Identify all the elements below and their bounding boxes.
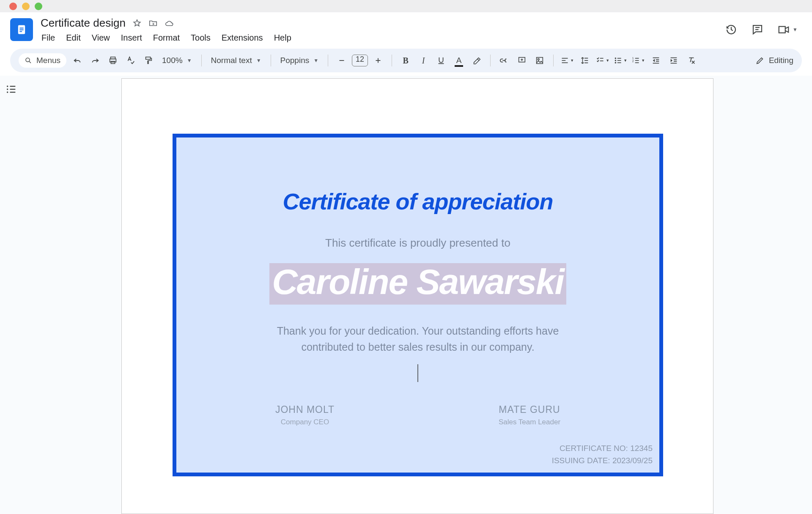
signer2-title: Sales Team Leader [499,418,560,426]
history-icon[interactable] [725,23,738,36]
clear-formatting-button[interactable] [685,54,698,67]
svg-rect-20 [537,58,543,64]
styles-dropdown[interactable]: Normal text ▼ [208,56,264,65]
italic-button[interactable]: I [417,54,430,67]
workspace: Certificate of appreciation This certifi… [0,76,812,514]
svg-point-53 [7,91,8,93]
title-icons [132,19,174,28]
menu-view[interactable]: View [91,31,111,44]
bold-button[interactable]: B [399,54,412,67]
menu-bar: File Edit View Insert Format Tools Exten… [41,31,725,44]
star-icon[interactable] [132,19,142,28]
cert-footer[interactable]: CERTIFICATE NO: 12345 ISSUING DATE: 2023… [552,443,653,467]
menu-format[interactable]: Format [152,31,181,44]
align-dropdown[interactable]: ▼ [560,54,574,67]
cert-body[interactable]: Thank you for your dedication. Your outs… [266,323,570,355]
font-size-increase-button[interactable] [371,54,385,67]
menu-extensions[interactable]: Extensions [221,31,264,44]
signer-1[interactable]: JOHN MOLT Company CEO [275,404,335,426]
window-close-button[interactable] [9,3,17,10]
cert-number: CERTIFICATE NO: 12345 [552,443,653,455]
separator [392,55,392,66]
highlight-color-button[interactable] [470,54,483,67]
font-dropdown[interactable]: Poppins ▼ [278,56,321,65]
menu-tools[interactable]: Tools [190,31,211,44]
editing-mode-dropdown[interactable]: Editing [755,56,793,65]
app-window: Certificate design File Edit View Insert… [0,0,812,514]
insert-link-button[interactable] [497,54,511,67]
separator [201,55,202,66]
svg-point-6 [26,58,30,62]
caret-down-icon: ▼ [606,58,609,63]
toolbar-wrap: Menus 100% ▼ Normal text ▼ Poppins ▼ [0,44,812,72]
signer1-title: Company CEO [275,418,335,426]
comments-icon[interactable] [751,23,764,36]
signatures: JOHN MOLT Company CEO MATE GURU Sales Te… [193,404,642,426]
paint-format-button[interactable] [142,54,155,67]
text-color-button[interactable]: A [452,54,466,67]
left-rail [0,76,23,514]
svg-point-30 [615,58,617,59]
document-icon [16,24,27,36]
mac-titlebar [0,0,812,12]
style-value: Normal text [211,56,252,65]
move-folder-icon[interactable] [148,19,158,28]
menu-insert[interactable]: Insert [120,31,143,44]
decrease-indent-button[interactable] [649,54,663,67]
separator [328,55,328,66]
undo-button[interactable] [71,54,84,67]
menus-search-pill[interactable]: Menus [19,53,66,68]
line-spacing-button[interactable] [578,54,592,67]
svg-point-21 [538,58,540,60]
print-button[interactable] [106,54,120,67]
increase-indent-button[interactable] [667,54,680,67]
spellcheck-button[interactable] [124,54,137,67]
insert-image-button[interactable] [533,54,546,67]
outline-icon[interactable] [5,83,17,95]
checklist-dropdown[interactable]: ▼ [596,54,609,67]
toolbar: Menus 100% ▼ Normal text ▼ Poppins ▼ [10,49,802,72]
header: Certificate design File Edit View Insert… [0,12,812,44]
svg-point-31 [615,60,617,61]
cert-issue-date: ISSUING DATE: 2023/09/25 [552,455,653,467]
document-title[interactable]: Certificate design [41,16,126,30]
numbered-list-dropdown[interactable]: 12▼ [631,54,645,67]
zoom-dropdown[interactable]: 100% ▼ [159,56,195,65]
canvas-area[interactable]: Certificate of appreciation This certifi… [23,76,812,514]
menu-file[interactable]: File [41,31,56,44]
signer-2[interactable]: MATE GURU Sales Team Leader [499,404,560,426]
add-comment-button[interactable] [515,54,529,67]
caret-down-icon: ▼ [313,58,318,63]
cloud-status-icon[interactable] [165,19,174,28]
redo-button[interactable] [88,54,102,67]
docs-logo[interactable] [10,18,33,41]
certificate-frame[interactable]: Certificate of appreciation This certifi… [173,134,663,476]
meet-button[interactable]: ▼ [777,23,798,36]
menu-edit[interactable]: Edit [65,31,81,44]
underline-button[interactable] [434,54,448,67]
bulleted-list-dropdown[interactable]: ▼ [614,54,627,67]
svg-rect-10 [111,61,115,64]
separator [490,55,491,66]
header-right: ▼ [725,16,802,36]
window-minimize-button[interactable] [22,3,30,10]
separator [271,55,271,66]
caret-down-icon: ▼ [793,27,798,33]
font-size-input[interactable]: 12 [352,55,368,66]
zoom-value: 100% [162,56,183,65]
font-size-decrease-button[interactable] [335,54,348,67]
cert-recipient[interactable]: Caroline Sawarski [269,263,566,305]
menus-label: Menus [36,56,60,65]
svg-rect-1 [19,27,23,28]
svg-line-7 [29,61,31,63]
caret-down-icon: ▼ [187,58,192,63]
window-maximize-button[interactable] [35,3,42,10]
editing-label: Editing [769,56,793,65]
menu-help[interactable]: Help [273,31,292,44]
caret-down-icon: ▼ [256,58,261,63]
cert-title[interactable]: Certificate of appreciation [193,188,642,214]
cert-subtitle[interactable]: This certificate is proudly presented to [193,236,642,250]
document-page[interactable]: Certificate of appreciation This certifi… [121,78,713,514]
svg-text:2: 2 [632,60,634,63]
caret-down-icon: ▼ [623,58,627,63]
